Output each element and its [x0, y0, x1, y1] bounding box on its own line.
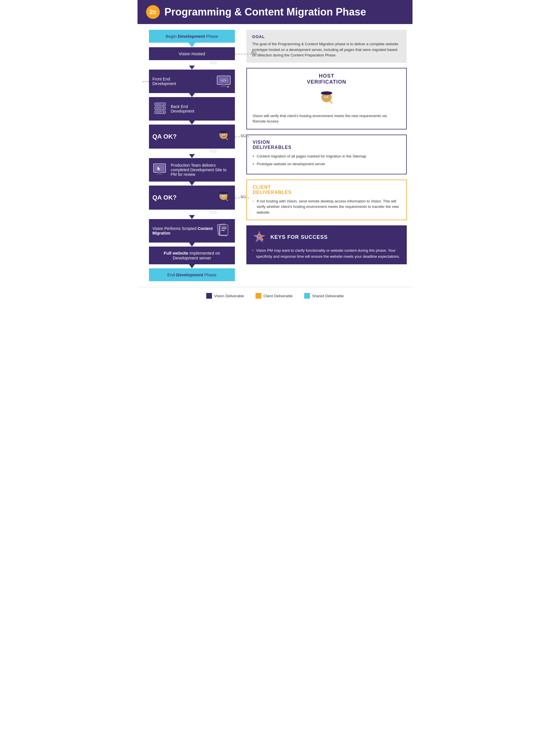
svg-point-5: [227, 86, 229, 88]
pm-review-label: Production Team delivers completed Devel…: [171, 163, 231, 177]
qa-icon-2: [215, 190, 231, 206]
content-migration-label: Vision Performs Scripted Content Migrati…: [152, 226, 213, 235]
vision-deliverable-item-2: Prototype website on development server: [253, 161, 401, 167]
svg-point-38: [224, 196, 225, 196]
back-end-label: Back EndDevelopment: [171, 104, 231, 113]
legend-item-shared: Shared Deliverable: [304, 293, 344, 299]
keys-text-1: Vision PM may want to clarify functional…: [252, 248, 401, 260]
computer-icon: </>: [216, 74, 231, 89]
qa-box-1: QA OK? NO: [149, 125, 235, 149]
legend: Vision Deliverable Client Deliverable Sh…: [137, 287, 413, 304]
back-end-box: Back EndDevelopment: [149, 97, 235, 121]
svg-marker-54: [253, 231, 265, 243]
legend-label-vision: Vision Deliverable: [214, 294, 244, 298]
svg-rect-3: [222, 84, 226, 86]
content-migration-box: Vision Performs Scripted Content Migrati…: [149, 219, 235, 243]
vision-deliverable-item-1: Content migration of all pages marked fo…: [253, 153, 401, 159]
goal-box: GOAL The goal of the Programming & Conte…: [246, 30, 407, 63]
legend-swatch-vision: [206, 293, 212, 299]
client-deliverables-box: CLIENTDELIVERABLES If not hosting with V…: [246, 180, 407, 221]
yes-label-1: YES: [167, 61, 217, 65]
legend-label-shared: Shared Deliverable: [312, 294, 344, 298]
svg-rect-32: [220, 192, 226, 194]
keys-icon: [252, 230, 266, 244]
svg-point-52: [326, 97, 326, 97]
client-deliverables-title: CLIENTDELIVERABLES: [253, 185, 401, 195]
keys-for-success-box: KEYS FOR SUCCESS Vision PM may want to c…: [246, 225, 407, 264]
svg-rect-28: [157, 172, 161, 174]
full-website-box: Full website implemented on Development …: [149, 247, 235, 264]
main-content: Begin Development Phase Vision Hosted NO…: [137, 24, 413, 287]
svg-rect-41: [220, 225, 228, 235]
monitor-icon: [152, 162, 168, 178]
server-icon: [152, 101, 168, 117]
page-header: 2c Programming & Content Migration Phase: [137, 0, 413, 24]
no-label-2: NO: [240, 134, 246, 138]
legend-item-vision: Vision Deliverable: [206, 293, 244, 299]
no-label-3: NO: [240, 195, 246, 199]
vision-deliverables-list: Content migration of all pages marked fo…: [253, 153, 401, 167]
svg-point-37: [222, 196, 223, 196]
keys-header: KEYS FOR SUCCESS: [252, 230, 401, 244]
right-content: GOAL The goal of the Programming & Conte…: [240, 30, 407, 264]
page-title: Programming & Content Migration Phase: [164, 6, 366, 18]
flowchart: Begin Development Phase Vision Hosted NO…: [143, 30, 240, 281]
svg-text:</>: </>: [221, 79, 226, 82]
legend-item-client: Client Deliverable: [255, 293, 293, 299]
svg-point-9: [163, 104, 164, 105]
svg-rect-4: [220, 86, 227, 87]
phase-badge: 2c: [146, 5, 160, 19]
qa-label-2: QA OK?: [152, 194, 212, 201]
svg-rect-47: [323, 92, 330, 95]
host-verify-icon: [317, 88, 337, 109]
pm-review-box: Production Team delivers completed Devel…: [149, 158, 235, 182]
vision-hosted-box: Vision Hosted NO: [149, 47, 235, 60]
front-end-box: Front EndDevelopment </>: [149, 70, 235, 93]
vision-deliverables-title: VISIONDELIVERABLES: [253, 140, 401, 150]
vision-hosted-label: Vision Hosted: [179, 51, 205, 56]
svg-rect-29: [156, 174, 163, 175]
goal-title: GOAL: [252, 34, 401, 39]
vision-deliverables-box: VISIONDELIVERABLES Content migration of …: [246, 135, 407, 174]
legend-swatch-client: [255, 293, 261, 299]
no-label-1: NO: [251, 51, 256, 55]
host-verify-text: Vision will verify that client's hosting…: [253, 113, 401, 124]
svg-line-49: [330, 101, 332, 103]
svg-point-53: [328, 97, 328, 97]
yes-label-3: YES: [167, 210, 217, 214]
qa-label-1: QA OK?: [152, 133, 212, 140]
legend-label-client: Client Deliverable: [263, 294, 293, 298]
qa-box-2: QA OK? NO: [149, 186, 235, 210]
svg-line-34: [226, 199, 227, 200]
svg-point-23: [222, 135, 223, 135]
svg-rect-13: [156, 108, 161, 109]
host-verify-title: HOSTVERIFICATION: [253, 73, 401, 85]
svg-rect-18: [220, 131, 226, 133]
begin-phase-box: Begin Development Phase: [149, 30, 235, 43]
svg-point-10: [163, 108, 164, 109]
front-end-label: Front EndDevelopment: [152, 77, 213, 86]
svg-line-20: [226, 138, 227, 139]
svg-point-24: [224, 135, 225, 135]
client-deliverable-item-1: If not hosting with Vision, send remote …: [253, 198, 401, 215]
goal-text: The goal of the Programming & Content Mi…: [252, 41, 401, 58]
svg-rect-26: [155, 165, 164, 171]
client-deliverables-list: If not hosting with Vision, send remote …: [253, 198, 401, 215]
legend-swatch-shared: [304, 293, 310, 299]
yes-label-2: YES: [167, 149, 217, 153]
qa-icon-1: [215, 129, 231, 145]
keys-title: KEYS FOR SUCCESS: [270, 234, 328, 240]
svg-rect-12: [156, 104, 161, 105]
svg-point-11: [163, 112, 164, 113]
end-phase-box: End Development Phase: [149, 268, 235, 281]
docs-icon: [216, 223, 231, 239]
svg-rect-14: [156, 112, 161, 113]
host-verification-box: HOSTVERIFICATION Vision will verify that…: [246, 68, 407, 129]
